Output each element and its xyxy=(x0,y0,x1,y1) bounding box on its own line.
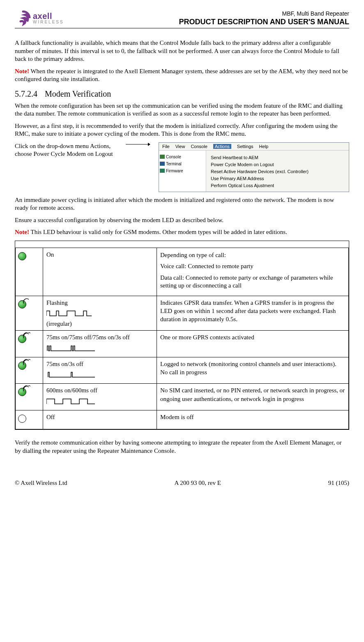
action-heartbeat[interactable]: Send Heartbeat to AEM xyxy=(211,155,345,160)
note-led: Note! This LED behaviour is valid only f… xyxy=(15,228,349,236)
footer-right: 91 (105) xyxy=(328,480,349,487)
tree-console[interactable]: Console xyxy=(160,155,205,159)
paragraph-verify-remote: Verify the remote communication either b… xyxy=(15,439,349,455)
led-state-double: 75ms on/75ms off/75ms on/3s off xyxy=(43,331,157,357)
section-title: Modem Verification xyxy=(45,89,111,98)
paragraph-ensure: Ensure a successful configuration by obs… xyxy=(15,216,349,225)
led-row-flash-irregular: Flashing (irregular) Indicates GPSR data… xyxy=(16,296,349,331)
led-desc-flash: Indicates GPSR data transfer. When a GPR… xyxy=(157,296,349,331)
page-footer: © Axell Wireless Ltd A 200 93 00, rev E … xyxy=(15,480,349,487)
led-desc-slow: No SIM card inserted, or no PIN entered,… xyxy=(157,384,349,410)
rmc-figure-row: Click on the drop-down menu Actions, cho… xyxy=(15,142,349,192)
led-flash-icon xyxy=(18,388,26,398)
pointer-arrow-icon xyxy=(126,142,150,146)
menu-file[interactable]: File xyxy=(162,144,170,149)
note-label: Note! xyxy=(15,68,29,74)
menu-console[interactable]: Console xyxy=(191,144,207,149)
led-flash-icon xyxy=(18,300,26,311)
menu-help[interactable]: Help xyxy=(259,144,269,149)
led-row-off: Off Modem is off xyxy=(16,410,349,429)
paragraph-firststep: However, as a first step, it is recommen… xyxy=(15,122,349,138)
led-state-slow: 600ms on/600ms off xyxy=(43,384,157,410)
led-table: On Depending on type of call: Voice call… xyxy=(15,248,349,430)
rmc-screenshot: File View Console Actions Settings Help … xyxy=(159,142,349,192)
tree-firmware[interactable]: Firmware xyxy=(160,169,205,173)
led-flash-icon xyxy=(18,362,26,372)
action-reset[interactable]: Reset Active Hardware Devices (excl. Con… xyxy=(211,169,345,174)
led-desc-off: Modem is off xyxy=(157,410,349,429)
note-label-2: Note! xyxy=(15,229,29,235)
wave-square-icon xyxy=(46,397,153,408)
led-state-on: On xyxy=(43,248,157,296)
led-state-flash: Flashing (irregular) xyxy=(43,296,157,331)
rmc-tree: Console Terminal Firmware xyxy=(159,151,206,192)
rmc-menubar: File View Console Actions Settings Help xyxy=(159,143,349,151)
action-powercycle[interactable]: Power Cycle Modem on Logout xyxy=(211,162,345,167)
svg-marker-1 xyxy=(148,143,150,146)
logo-text-bottom: WIRELESS xyxy=(33,20,64,24)
terminal-icon xyxy=(160,162,165,166)
wave-single-icon xyxy=(46,371,153,381)
doc-title: PRODUCT DESCRIPTION AND USER'S MANUAL xyxy=(179,18,349,26)
led-table-wrapper: On Depending on type of call: Voice call… xyxy=(15,241,349,430)
section-number: 5.7.2.4 xyxy=(15,89,37,98)
page-header: axell WIRELESS MBF, Multi Band Repeater … xyxy=(15,10,349,28)
led-row-single-blink: 75ms on/3s off Logged to network (monito… xyxy=(16,357,349,384)
led-desc-double: One or more GPRS contexts activated xyxy=(157,331,349,357)
paragraph-verify: When the remote configuration has been s… xyxy=(15,102,349,118)
firmware-icon xyxy=(160,169,165,173)
paragraph-immediate: An immediate power cycling is initiated … xyxy=(15,196,349,212)
led-row-on: On Depending on type of call: Voice call… xyxy=(16,248,349,296)
paragraph-fallback: A fallback functionality is available, w… xyxy=(15,39,349,63)
menu-settings[interactable]: Settings xyxy=(237,144,253,149)
led-row-slow-blink: 600ms on/600ms off No SIM card inserted,… xyxy=(16,384,349,410)
wave-irregular-icon xyxy=(46,309,153,320)
led-off-icon xyxy=(18,415,26,423)
menu-view[interactable]: View xyxy=(175,144,185,149)
tree-terminal[interactable]: Terminal xyxy=(160,162,205,166)
action-primary[interactable]: Use Primary AEM Address xyxy=(211,176,345,181)
footer-left: © Axell Wireless Ltd xyxy=(15,480,67,487)
console-icon xyxy=(160,155,165,159)
led-flash-icon xyxy=(18,335,26,345)
action-optical[interactable]: Perform Optical Loss Ajustment xyxy=(211,183,345,188)
footer-center: A 200 93 00, rev E xyxy=(175,480,221,487)
actions-dropdown: Send Heartbeat to AEM Power Cycle Modem … xyxy=(206,151,349,192)
led-state-single: 75ms on/3s off xyxy=(43,357,157,384)
logo-text-top: axell xyxy=(33,12,64,20)
menu-actions[interactable]: Actions xyxy=(213,144,231,149)
led-row-double-blink: 75ms on/75ms off/75ms on/3s off One or m… xyxy=(16,331,349,357)
axell-swirl-icon xyxy=(15,10,31,26)
rmc-caption: Click on the drop-down menu Actions, cho… xyxy=(15,142,117,158)
note-aem: Note! When the repeater is integrated to… xyxy=(15,67,349,83)
wave-double-icon xyxy=(46,344,153,355)
led-desc-single: Logged to network (monitoring control ch… xyxy=(157,357,349,384)
logo: axell WIRELESS xyxy=(15,10,64,26)
led-desc-on: Depending on type of call: Voice call: C… xyxy=(157,248,349,296)
doc-subtitle: MBF, Multi Band Repeater xyxy=(179,10,349,17)
led-state-off: Off xyxy=(43,410,157,429)
led-on-icon xyxy=(18,252,26,260)
section-heading: 5.7.2.4Modem Verification xyxy=(15,89,349,99)
